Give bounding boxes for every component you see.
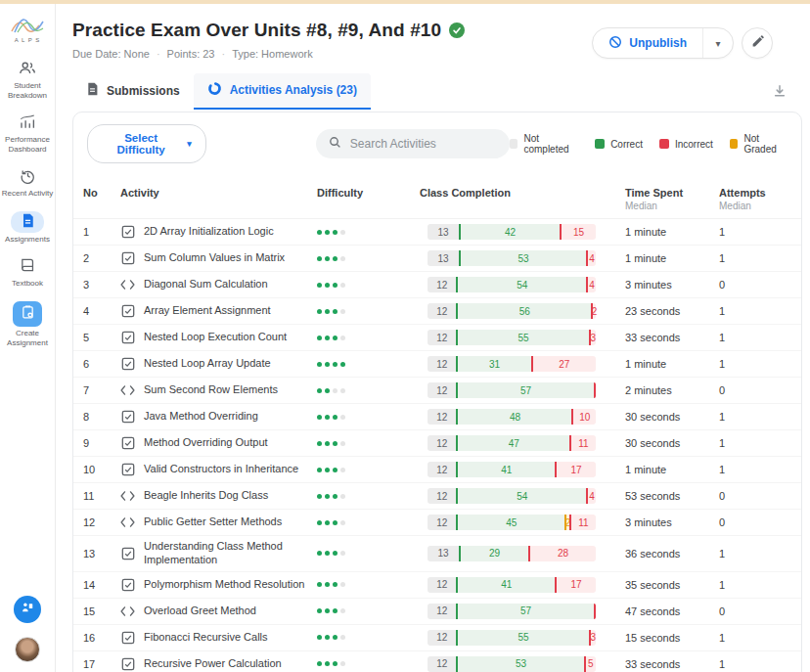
class-completion-bar[interactable]: 132928 [428, 546, 596, 561]
download-icon[interactable] [773, 84, 787, 102]
table-row[interactable]: 2Sum Column Values in Matrix135341 minut… [73, 246, 801, 272]
sidebar-item-create-assignment[interactable]: Create Assignment [1, 301, 54, 348]
sidebar-item-recent-activity[interactable]: Recent Activity [1, 167, 54, 199]
activities-panel: Select Difficulty ▾ Not completedCorrect… [72, 112, 802, 672]
activity-name[interactable]: Method Overriding Output [144, 436, 268, 450]
difficulty-dots [317, 230, 420, 235]
table-row[interactable]: 8Java Method Overriding12481030 seconds1 [73, 404, 801, 430]
main-content: Practice Exam Over Units #8, #9, And #10… [57, 4, 810, 672]
class-completion-bar[interactable]: 12535 [428, 656, 596, 672]
legend-label: Correct [610, 139, 643, 150]
class-completion-bar[interactable]: 12553 [428, 630, 596, 646]
table-row[interactable]: 12Public Getter Setter Methods12452113 m… [73, 510, 801, 536]
time-spent: 33 seconds [625, 332, 719, 343]
activity-name[interactable]: Nested Loop Array Update [144, 357, 271, 371]
class-completion-bar[interactable]: 123127 [428, 356, 596, 372]
row-number: 5 [83, 332, 120, 343]
table-row[interactable]: 3Diagonal Sum Calculation125443 minutes0 [73, 272, 801, 298]
table-row[interactable]: 4Array Element Assignment1256223 seconds… [73, 298, 801, 325]
completion-segment-c: 57 [456, 382, 593, 398]
activity-name[interactable]: 2D Array Initialization Logic [144, 225, 274, 239]
alps-logo[interactable]: A L P S [10, 12, 45, 43]
search-input[interactable] [350, 137, 497, 151]
table-row[interactable]: 13Understanding Class Method Implementat… [73, 536, 801, 572]
sidebar-item-textbook[interactable]: Textbook [1, 257, 54, 289]
class-completion-bar[interactable]: 13534 [428, 250, 596, 266]
activity-name[interactable]: Nested Loop Execution Count [144, 331, 287, 344]
quiz-icon [120, 436, 135, 450]
completion-segment-nc: 13 [428, 224, 459, 240]
activity-name[interactable]: Valid Constructors in Inheritance [144, 463, 298, 476]
table-row[interactable]: 11Beagle Inherits Dog Class1254453 secon… [73, 483, 801, 510]
difficulty-dots [317, 441, 420, 446]
table-row[interactable]: 10Valid Constructors in Inheritance12411… [73, 457, 801, 483]
user-avatar[interactable] [15, 637, 40, 662]
assignments-icon [22, 213, 34, 232]
completion-segment-i: 2 [591, 303, 596, 319]
activity-name[interactable]: Public Getter Setter Methods [144, 515, 282, 529]
table-row[interactable]: 9Method Overriding Output12471130 second… [73, 430, 801, 457]
activity-name[interactable]: Sum Second Row Elements [144, 383, 278, 397]
toolbar: Select Difficulty ▾ Not completedCorrect… [73, 112, 801, 173]
class-completion-bar[interactable]: 124711 [428, 435, 596, 451]
code-icon [120, 516, 135, 528]
sidebar-item-label: Assignments [1, 235, 54, 245]
table-row[interactable]: 15Overload Greet Method125747 seconds0 [73, 599, 801, 625]
class-completion-bar[interactable]: 124810 [428, 409, 596, 425]
table-row[interactable]: 7Sum Second Row Elements12572 minutes0 [73, 378, 801, 404]
class-completion-bar[interactable]: 12544 [428, 488, 596, 504]
class-completion-bar[interactable]: 124117 [428, 577, 596, 593]
completion-segment-c: 48 [456, 409, 571, 425]
activity-name[interactable]: Recursive Power Calculation [144, 657, 282, 671]
time-spent: 23 seconds [625, 305, 719, 317]
tab-activities-analysis[interactable]: Activities Analysis (23) [194, 73, 371, 110]
table-row[interactable]: 5Nested Loop Execution Count1255333 seco… [73, 325, 801, 351]
tab-submissions[interactable]: Submissions [72, 74, 194, 110]
table-row[interactable]: 17Recursive Power Calculation1253533 sec… [73, 651, 801, 672]
legend-item: Correct [595, 139, 643, 150]
support-chat-button[interactable] [14, 596, 41, 623]
class-completion-bar[interactable]: 1245211 [428, 515, 596, 530]
activity-name[interactable]: Polymorphism Method Resolution [144, 578, 304, 592]
table-row[interactable]: 14Polymorphism Method Resolution12411735… [73, 572, 801, 599]
class-completion-bar[interactable]: 1257 [428, 382, 596, 398]
sidebar-item-assignments[interactable]: Assignments [1, 211, 54, 245]
completion-segment-i: 5 [584, 656, 596, 672]
completion-segment-c: 55 [456, 330, 588, 345]
attempts: 1 [719, 579, 801, 591]
difficulty-dots [317, 494, 420, 499]
class-completion-bar[interactable]: 12553 [428, 330, 596, 345]
unpublish-dropdown-caret[interactable]: ▾ [703, 28, 733, 58]
quiz-icon [120, 657, 135, 671]
row-number: 12 [83, 516, 120, 528]
unpublish-button[interactable]: Unpublish [593, 28, 703, 58]
class-completion-bar[interactable]: 1257 [428, 604, 596, 619]
sidebar-item-student-breakdown[interactable]: Student Breakdown [1, 60, 54, 101]
quiz-icon [120, 410, 135, 424]
sidebar-item-performance-dashboard[interactable]: Performance Dashboard [1, 113, 54, 155]
class-completion-bar[interactable]: 12562 [428, 303, 596, 319]
activity-name[interactable]: Sum Column Values in Matrix [144, 251, 285, 265]
table-row[interactable]: 16Fibonacci Recursive Calls1255315 secon… [73, 625, 801, 651]
search-box[interactable] [316, 129, 510, 158]
class-completion-bar[interactable]: 12544 [428, 277, 596, 292]
edit-button[interactable] [742, 27, 773, 59]
difficulty-dots [317, 336, 420, 340]
activity-name[interactable]: Array Element Assignment [144, 304, 271, 318]
activity-name[interactable]: Overload Greet Method [144, 605, 256, 618]
class-completion-bar[interactable]: 134215 [428, 224, 596, 240]
class-completion-bar[interactable]: 124117 [428, 462, 596, 477]
table-row[interactable]: 12D Array Initialization Logic1342151 mi… [73, 219, 801, 246]
create-assignment-button[interactable] [13, 301, 42, 327]
select-difficulty-button[interactable]: Select Difficulty ▾ [87, 124, 206, 163]
activity-name[interactable]: Diagonal Sum Calculation [144, 278, 268, 291]
activity-name[interactable]: Understanding Class Method Implementatio… [144, 540, 307, 567]
activity-name[interactable]: Fibonacci Recursive Calls [144, 631, 268, 645]
activity-name[interactable]: Java Method Overriding [144, 410, 258, 424]
table-row[interactable]: 6Nested Loop Array Update1231271 minute1 [73, 351, 801, 378]
attempts: 1 [719, 658, 801, 670]
attempts: 1 [719, 411, 801, 423]
legend-label: Not completed [523, 133, 578, 155]
activity-name[interactable]: Beagle Inherits Dog Class [144, 489, 268, 503]
quiz-icon [120, 578, 135, 592]
